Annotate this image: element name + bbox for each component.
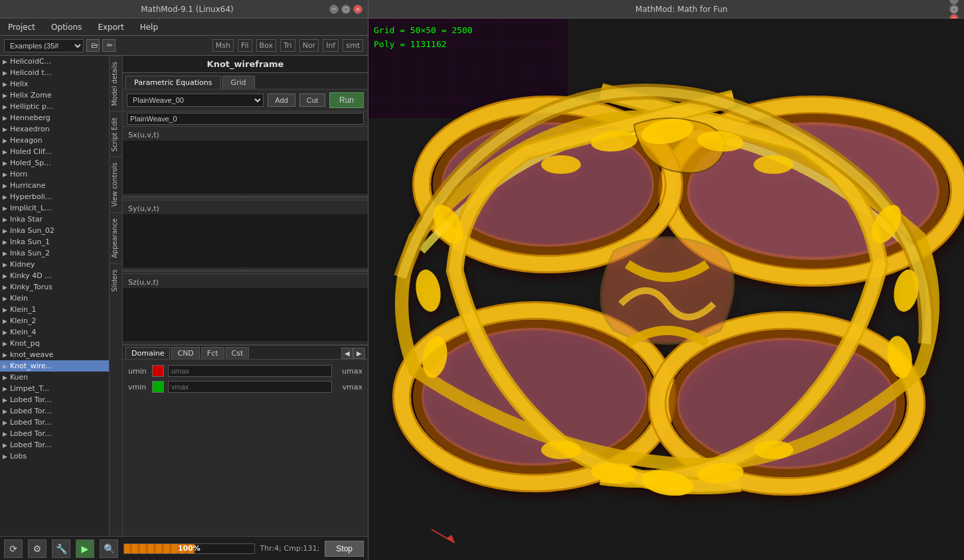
right-minimize[interactable]: ─ — [949, 0, 959, 5]
btn-msh[interactable]: Msh — [212, 39, 234, 52]
side-tab-appearance[interactable]: Appearance — [110, 212, 122, 263]
tab-cst[interactable]: Cst — [226, 347, 250, 359]
vmax-input[interactable] — [168, 381, 332, 393]
tab-domaine[interactable]: Domaine — [125, 347, 170, 359]
next-btn[interactable]: ▶ — [353, 348, 365, 359]
list-panel[interactable]: ▶HelicoidC... ▶Helicoid t... ▶Helix ▶Hel… — [0, 56, 110, 536]
list-item[interactable]: ▶Holed Clif... — [0, 146, 109, 157]
list-item[interactable]: ▶Klein — [0, 293, 109, 304]
prev-btn[interactable]: ◀ — [341, 348, 353, 359]
list-item[interactable]: ▶Kuen — [0, 372, 109, 383]
stop-button[interactable]: Stop — [325, 541, 364, 557]
list-item[interactable]: ▶Inka Sun_2 — [0, 247, 109, 259]
list-item[interactable]: ▶Kidney — [0, 259, 109, 270]
list-item[interactable]: ▶Lobed Tor... — [0, 417, 109, 428]
list-item[interactable]: ▶Lobed Tor... — [0, 428, 109, 439]
tab-cnd[interactable]: CND — [171, 347, 199, 359]
list-item[interactable]: ▶Hexaedron — [0, 123, 109, 135]
status-icon-3[interactable]: 🔧 — [52, 539, 70, 558]
side-tab-model-details[interactable]: Model details — [110, 56, 122, 111]
list-item[interactable]: ▶Inka Star — [0, 214, 109, 225]
sx-resize-handle[interactable] — [123, 196, 368, 198]
svg-point-27 — [590, 129, 638, 153]
menu-project[interactable]: Project — [5, 21, 38, 33]
list-item[interactable]: ▶Helix Zome — [0, 90, 109, 101]
list-item[interactable]: ▶Limpet_T... — [0, 383, 109, 394]
list-item[interactable]: ▶Lobed Tor... — [0, 394, 109, 405]
btn-box[interactable]: Box — [256, 39, 276, 52]
viewport[interactable]: Grid = 50×50 = 2500 Poly = 1131162 — [368, 19, 964, 560]
list-item[interactable]: ▶Lobs — [0, 451, 109, 462]
status-icon-2[interactable]: ⚙ — [28, 539, 46, 558]
btn-inf[interactable]: Inf — [323, 39, 339, 52]
btn-tri[interactable]: Tri — [280, 39, 295, 52]
list-item[interactable]: ▶Horn — [0, 169, 109, 180]
sy-block: Sy(u,v,t) — [123, 200, 368, 274]
edit-button[interactable]: ✏ — [102, 39, 116, 52]
vmin-color-btn[interactable] — [152, 381, 164, 393]
list-item[interactable]: ▶Helicoid t... — [0, 67, 109, 78]
svg-line-41 — [432, 529, 455, 543]
sy-textarea[interactable] — [123, 214, 368, 267]
equation-name-input[interactable] — [127, 113, 364, 125]
equation-select[interactable]: PlainWeave_00 — [127, 94, 264, 107]
list-item[interactable]: ▶Lobed Tor... — [0, 439, 109, 451]
sx-textarea[interactable] — [123, 141, 368, 194]
list-item[interactable]: ▶Hyperboli... — [0, 191, 109, 202]
list-item[interactable]: ▶Knot_pq — [0, 338, 109, 349]
list-item[interactable]: ▶Inka Sun_02 — [0, 225, 109, 236]
list-item[interactable]: ▶Lobed Tor... — [0, 405, 109, 417]
list-item[interactable]: ▶Henneberg — [0, 112, 109, 123]
list-item-selected[interactable]: ▶Knot_wire... — [0, 360, 109, 372]
cut-button[interactable]: Cut — [299, 94, 325, 107]
btn-nor[interactable]: Nor — [299, 39, 319, 52]
maximize-button[interactable]: □ — [341, 5, 351, 14]
menu-export[interactable]: Export — [95, 21, 126, 33]
tab-fct[interactable]: Fct — [201, 347, 224, 359]
list-item[interactable]: ▶Holed_Sp... — [0, 157, 109, 169]
stats-overlay: Grid = 50×50 = 2500 Poly = 1131162 — [374, 24, 473, 52]
umax-input[interactable] — [168, 365, 332, 377]
list-item[interactable]: ▶Kinky 4D ... — [0, 270, 109, 281]
close-button[interactable]: × — [353, 5, 362, 14]
tab-parametric-equations[interactable]: Parametric Equations — [125, 76, 221, 89]
svg-point-22 — [657, 320, 916, 486]
btn-smt[interactable]: smt — [343, 39, 363, 52]
list-item[interactable]: ▶Klein_1 — [0, 304, 109, 315]
umin-color-btn[interactable] — [152, 365, 164, 377]
svg-point-37 — [696, 461, 744, 485]
list-item[interactable]: ▶Helliptic p... — [0, 101, 109, 112]
browse-button[interactable]: 🗁 — [86, 39, 100, 52]
list-item[interactable]: ▶Inka Sun_1 — [0, 236, 109, 247]
right-maximize[interactable]: □ — [949, 5, 959, 14]
run-button[interactable]: Run — [329, 92, 364, 108]
menu-help[interactable]: Help — [137, 21, 161, 33]
list-item[interactable]: ▶Klein_2 — [0, 315, 109, 326]
status-icon-4[interactable]: ▶ — [76, 539, 94, 558]
side-tab-script-edit[interactable]: Script Edit — [110, 111, 122, 157]
tab-grid[interactable]: Grid — [222, 76, 255, 89]
menu-options[interactable]: Options — [48, 21, 84, 33]
list-item[interactable]: ▶Klein_4 — [0, 326, 109, 338]
side-tab-sliders[interactable]: Sliders — [110, 263, 122, 297]
status-icon-1[interactable]: ⟳ — [4, 539, 23, 558]
svg-point-26 — [696, 129, 744, 153]
left-panel: MathMod-9.1 (Linux64) ─ □ × Project Opti… — [0, 0, 368, 560]
list-item[interactable]: ▶knot_weave — [0, 349, 109, 360]
list-item[interactable]: ▶Hurricane — [0, 180, 109, 191]
sz-textarea[interactable] — [123, 288, 368, 341]
minimize-button[interactable]: ─ — [329, 5, 339, 14]
list-item[interactable]: ▶Helix — [0, 78, 109, 90]
list-item[interactable]: ▶Kinky_Torus — [0, 281, 109, 293]
progress-label: 100% — [124, 544, 254, 553]
side-tab-view-controls[interactable]: View controls — [110, 157, 122, 212]
list-item[interactable]: ▶Hexagon — [0, 135, 109, 146]
list-item[interactable]: ▶Implicit_L... — [0, 202, 109, 214]
status-icon-5[interactable]: 🔍 — [100, 539, 118, 558]
svg-point-28 — [754, 155, 793, 174]
list-item[interactable]: ▶HelicoidC... — [0, 56, 109, 67]
sy-resize-handle[interactable] — [123, 269, 368, 272]
examples-select[interactable]: Examples (35# — [4, 39, 84, 52]
add-button[interactable]: Add — [268, 94, 295, 107]
btn-fil[interactable]: Fil — [238, 39, 252, 52]
